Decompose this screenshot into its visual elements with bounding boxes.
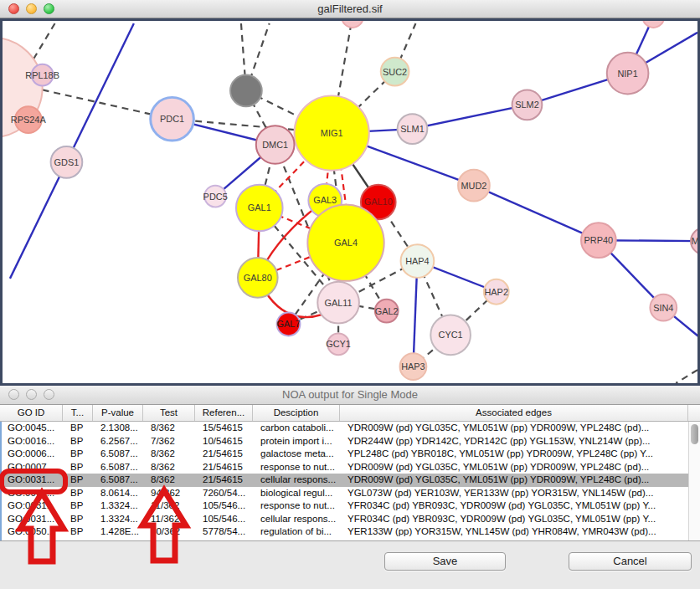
table-cell: protein import i...: [255, 435, 342, 448]
table-cell: BP: [64, 474, 95, 487]
column-header[interactable]: Associated edges: [340, 405, 688, 421]
node-label-rpl18b: RPL18B: [25, 70, 59, 80]
table-cell: 21/54615: [197, 474, 255, 487]
node-label-gal10: GAL10: [364, 197, 393, 207]
node-label-prp40: PRP40: [584, 235, 614, 245]
column-header[interactable]: GO ID: [0, 405, 63, 421]
edge-pp: [412, 105, 527, 129]
table-cell: YFR034C (pd) YBR093C, YDR009W (pd) YGL03…: [342, 513, 688, 526]
table-row[interactable]: GO:0031...BP1.3324...11/362105/546...cel…: [2, 513, 688, 526]
noa-zoom-button[interactable]: [44, 389, 54, 400]
table-cell: cellular respons...: [255, 513, 342, 526]
network-graph: RPL18BRPS24AGDS1PDC1MIG1DMC1SUC2SLM1SLM2…: [3, 21, 697, 383]
column-header[interactable]: Test: [143, 405, 195, 421]
scrollbar-thumb[interactable]: [691, 424, 698, 444]
table-cell: galactose meta...: [255, 448, 342, 461]
table-cell: BP: [64, 499, 95, 513]
table-cell: 6.5087...: [95, 474, 145, 487]
table-cell: YDR009W (pd) YGL035C, YML051W (pp) YDR00…: [342, 422, 688, 435]
table-cell: GO:0016...: [2, 435, 64, 448]
network-window-title: galFiltered.sif: [0, 0, 700, 18]
zoom-button[interactable]: [44, 3, 54, 14]
node-label-suc2: SUC2: [383, 67, 407, 77]
table-cell: GO:0031...: [2, 499, 64, 513]
noa-close-button[interactable]: [8, 389, 19, 400]
cancel-button[interactable]: Cancel: [569, 552, 692, 571]
close-button[interactable]: [8, 3, 19, 14]
noa-traffic-lights: [8, 389, 54, 400]
table-cell: YFR034C (pd) YBR093C, YDR009W (pd) YGL03…: [342, 499, 688, 513]
table-cell: 6.5087...: [95, 448, 145, 461]
table-cell: BP: [64, 448, 95, 461]
table-cell: 7/362: [145, 435, 197, 448]
table-row[interactable]: GO:0006...BP6.5087...8/36221/54615galact…: [2, 448, 688, 461]
node-label-sin4: SIN4: [653, 303, 673, 313]
noa-window: NOA output for Single Mode GO IDT...P-va…: [0, 386, 700, 589]
table-cell: YDR009W (pd) YGL035C, YML051W (pp) YDR00…: [342, 461, 688, 474]
table-row-selected[interactable]: GO:0031...BP6.5087...8/36221/54615cellul…: [2, 474, 688, 487]
table-cell: 8/362: [145, 461, 197, 474]
table-cell: GO:0031...: [2, 513, 64, 526]
table-cell: GO:0065...: [2, 487, 64, 500]
table-cell: 11/362: [145, 513, 197, 526]
table-cell: BP: [64, 525, 95, 539]
node-top-node[interactable]: [342, 21, 363, 28]
column-header[interactable]: Desciption: [253, 405, 340, 421]
table-cell: 15/54615: [197, 422, 255, 435]
node-label-msn5: MSN5: [692, 236, 697, 246]
table-cell: 8.0614...: [95, 487, 145, 500]
node-label-hap4: HAP4: [405, 256, 429, 266]
edge-pp: [66, 23, 133, 162]
column-header[interactable]: T...: [63, 405, 93, 421]
screen: galFiltered.sif RPL18BRPS24AGDS1PDC1MIG1…: [0, 0, 700, 589]
noa-window-title: NOA output for Single Mode: [0, 386, 700, 404]
table-cell: 7260/54...: [197, 487, 255, 500]
table-scrollbar[interactable]: [688, 422, 700, 540]
network-window-titlebar[interactable]: galFiltered.sif: [0, 0, 700, 18]
table-cell: BP: [64, 513, 95, 526]
node-label-gal2: GAL2: [375, 306, 399, 316]
table-row[interactable]: GO:0045...BP2.1308...8/36215/54615carbon…: [2, 422, 688, 435]
node-label-pdc1: PDC1: [160, 114, 184, 124]
node-label-slm1: SLM1: [400, 124, 424, 134]
table-cell: 2.1308...: [95, 422, 145, 435]
noa-window-titlebar[interactable]: NOA output for Single Mode: [0, 386, 700, 405]
node-label-nip1: NIP1: [617, 69, 637, 79]
node-label-gcy1: GCY1: [326, 339, 351, 349]
table-cell: 6.2567...: [95, 435, 145, 448]
table-cell: 80/362: [145, 525, 197, 539]
table-row[interactable]: GO:0065...BP8.0614...94/3627260/54...bio…: [2, 487, 688, 500]
table-cell: regulation of bi...: [255, 525, 342, 539]
table-row[interactable]: GO:0007...BP6.5087...8/36221/54615respon…: [2, 461, 688, 474]
table-row[interactable]: GO:0031...BP1.3324...11/362105/546...res…: [2, 499, 688, 513]
node-label-cyc1: CYC1: [439, 330, 463, 340]
table-cell: 1.428E...: [95, 525, 145, 539]
column-header[interactable]: Referen...: [195, 405, 253, 421]
table-cell: GO:0007...: [2, 461, 64, 474]
node-label-gal80: GAL80: [244, 273, 272, 283]
table-cell: 21/54615: [197, 448, 255, 461]
table-row[interactable]: GO:0050...BP1.428E...80/3625778/54...reg…: [2, 525, 688, 539]
table-row[interactable]: GO:0016...BP6.2567...7/36210/54615protei…: [2, 435, 688, 448]
table-cell: 105/546...: [197, 513, 255, 526]
table-cell: 11/362: [145, 499, 197, 513]
noa-minimize-button[interactable]: [26, 389, 37, 400]
network-canvas[interactable]: RPL18BRPS24AGDS1PDC1MIG1DMC1SUC2SLM1SLM2…: [0, 18, 700, 386]
node-label-gal1: GAL1: [248, 202, 271, 213]
table-cell: 105/546...: [197, 499, 255, 513]
edge-pp: [10, 162, 67, 279]
node-top-right-node[interactable]: [642, 21, 664, 28]
table-cell: response to nut...: [255, 461, 342, 474]
table-cell: YDR009W (pd) YGL035C, YML051W (pp) YDR00…: [342, 474, 688, 487]
table-cell: 1.3324...: [95, 499, 145, 513]
edge-pp: [474, 186, 599, 241]
minimize-button[interactable]: [26, 3, 37, 14]
save-button[interactable]: Save: [384, 552, 506, 571]
table-cell: BP: [64, 435, 95, 448]
column-header[interactable]: P-value: [93, 405, 143, 421]
node-gray-node[interactable]: [230, 75, 262, 107]
table-cell: 10/54615: [197, 435, 255, 448]
table-cell: response to nut...: [255, 499, 342, 513]
table-cell: GO:0045...: [2, 422, 64, 435]
table-cell: 8/362: [145, 474, 197, 487]
